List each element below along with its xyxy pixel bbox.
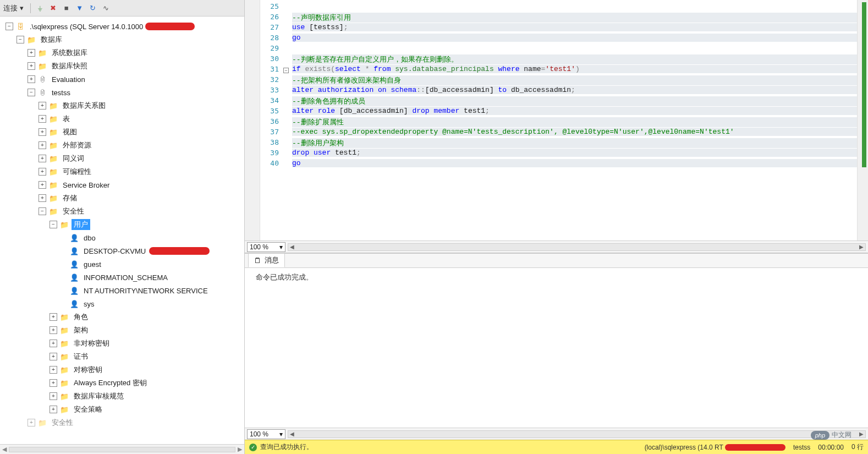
expand-icon[interactable]: + (28, 419, 35, 426)
eval-label: Evaluation (50, 75, 87, 84)
scroll-left-icon[interactable]: ◀ (2, 446, 7, 453)
asymkeys-node[interactable]: +📁非对称密钥 (0, 337, 244, 350)
databases-node[interactable]: − 📁 数据库 (0, 33, 244, 46)
user-sys[interactable]: 👤sys (0, 297, 244, 310)
expand-icon[interactable]: + (39, 141, 46, 149)
snapshot-node[interactable]: + 📁 数据库快照 (0, 59, 244, 73)
prog-node[interactable]: +📁可编程性 (0, 165, 244, 178)
audit-node[interactable]: +📁数据库审核规范 (0, 390, 244, 403)
expand-icon[interactable]: + (50, 353, 57, 360)
scroll-right-icon[interactable]: ▶ (238, 446, 242, 453)
scroll-left-icon[interactable]: ◀ (288, 431, 296, 437)
testss-label: testss (50, 88, 73, 97)
expand-icon[interactable]: + (39, 115, 46, 123)
security-node[interactable]: −📁安全性 (0, 205, 244, 218)
scroll-track[interactable] (9, 447, 235, 452)
expand-icon[interactable]: + (39, 181, 46, 189)
desktop-label: DESKTOP-CKVMU (81, 247, 148, 256)
users-node[interactable]: −📁用户 (0, 218, 244, 231)
redaction (725, 444, 785, 451)
audit-label: 数据库审核规范 (72, 391, 126, 402)
object-explorer-tree[interactable]: − 🗄 .\sqlexpress (SQL Server 14.0.1000 −… (0, 17, 244, 444)
expand-icon[interactable]: + (50, 313, 57, 321)
zoom-dropdown[interactable]: 100 % ▾ (247, 242, 285, 252)
testss-db-node[interactable]: − 🛢 testss (0, 86, 244, 99)
diagrams-node[interactable]: +📁数据库关系图 (0, 99, 244, 112)
status-bar: ✓ 查询已成功执行。 (local)\sqlexpress (14.0 RT t… (245, 440, 868, 454)
expand-icon[interactable]: + (28, 62, 35, 70)
status-db: testss (793, 444, 810, 451)
expand-icon[interactable]: + (39, 128, 46, 136)
server-security-node[interactable]: +📁安全性 (0, 416, 244, 429)
expand-icon[interactable]: + (50, 340, 57, 347)
storage-node[interactable]: +📁存储 (0, 192, 244, 205)
folder-icon: 📁 (48, 127, 58, 137)
server-icon: 🗄 (15, 21, 25, 31)
folder-icon: 📁 (26, 35, 36, 45)
connect-icon[interactable]: ⏚ (34, 2, 46, 14)
collapse-icon[interactable]: − (6, 23, 13, 30)
certs-node[interactable]: +📁证书 (0, 350, 244, 363)
expand-icon[interactable]: + (39, 102, 46, 110)
alwaysenc-node[interactable]: +📁Always Encrypted 密钥 (0, 376, 244, 390)
eval-db-node[interactable]: + 🛢 Evaluation (0, 73, 244, 86)
connect-dropdown[interactable]: 连接 ▾ (3, 3, 24, 13)
user-infoschema[interactable]: 👤INFORMATION_SCHEMA (0, 271, 244, 284)
editor-hscroll[interactable]: ◀ ▶ (288, 243, 866, 251)
zoom-dropdown[interactable]: 100 % ▾ (247, 429, 285, 439)
user-guest[interactable]: 👤guest (0, 258, 244, 271)
collapse-icon[interactable]: − (50, 221, 57, 228)
user-dbo[interactable]: 👤dbo (0, 231, 244, 244)
tables-node[interactable]: +📁表 (0, 112, 244, 125)
sql-editor[interactable]: 25262728293031323334353637383940−--声明数据库… (245, 0, 868, 240)
schemas-node[interactable]: +📁架构 (0, 324, 244, 337)
server-node[interactable]: − 🗄 .\sqlexpress (SQL Server 14.0.1000 (0, 20, 244, 33)
asymkeys-label: 非对称密钥 (72, 338, 112, 349)
sysdb-node[interactable]: + 📁 系统数据库 (0, 46, 244, 59)
expand-icon[interactable]: + (50, 366, 57, 374)
messages-hscroll[interactable]: ◀ ▶ (288, 430, 866, 438)
scroll-left-icon[interactable]: ◀ (288, 244, 296, 250)
synonyms-node[interactable]: +📁同义词 (0, 152, 244, 165)
refresh-icon[interactable]: ↻ (87, 2, 99, 14)
secpolicy-node[interactable]: +📁安全策略 (0, 403, 244, 416)
expand-icon[interactable]: + (50, 326, 57, 334)
symkeys-node[interactable]: +📁对称密钥 (0, 363, 244, 376)
svcbroker-node[interactable]: +📁Service Broker (0, 178, 244, 192)
messages-tab[interactable]: 🗒 消息 (248, 253, 285, 267)
expand-icon[interactable]: + (28, 75, 35, 83)
folder-icon: 📁 (48, 154, 58, 163)
user-desktop[interactable]: 👤DESKTOP-CKVMU (0, 244, 244, 258)
collapse-icon[interactable]: − (28, 89, 35, 96)
roles-label: 角色 (72, 311, 90, 322)
expand-icon[interactable]: + (39, 194, 46, 202)
expand-icon[interactable]: + (28, 49, 35, 57)
user-icon: 👤 (69, 286, 79, 296)
messages-tabs: 🗒 消息 (245, 254, 868, 268)
symkeys-label: 对称密钥 (72, 364, 105, 375)
folder-icon: 📁 (37, 48, 47, 58)
folder-icon: 📁 (48, 101, 58, 111)
horizontal-scrollbar[interactable]: ◀ ▶ (0, 444, 244, 454)
expand-icon[interactable]: + (50, 379, 57, 387)
collapse-icon[interactable]: − (17, 36, 24, 43)
expand-icon[interactable]: + (50, 406, 57, 413)
user-ntauth[interactable]: 👤NT AUTHORITY\NETWORK SERVICE (0, 284, 244, 297)
activity-icon[interactable]: ∿ (100, 2, 112, 14)
snapshot-label: 数据库快照 (50, 61, 90, 72)
folder-icon: 📁 (48, 180, 58, 190)
folder-icon: 📁 (59, 312, 69, 322)
roles-node[interactable]: +📁角色 (0, 310, 244, 324)
ext-label: 外部资源 (61, 140, 94, 151)
expand-icon[interactable]: + (39, 168, 46, 176)
expand-icon[interactable]: + (39, 155, 46, 162)
filter-icon[interactable]: ▼ (74, 2, 86, 14)
disconnect-icon[interactable]: ✖ (47, 2, 59, 14)
scroll-right-icon[interactable]: ▶ (858, 244, 865, 250)
scroll-right-icon[interactable]: ▶ (858, 431, 865, 437)
expand-icon[interactable]: + (50, 392, 57, 400)
ext-node[interactable]: +📁外部资源 (0, 139, 244, 152)
stop-icon[interactable]: ■ (61, 2, 73, 14)
views-node[interactable]: +📁视图 (0, 125, 244, 139)
collapse-icon[interactable]: − (39, 207, 46, 215)
